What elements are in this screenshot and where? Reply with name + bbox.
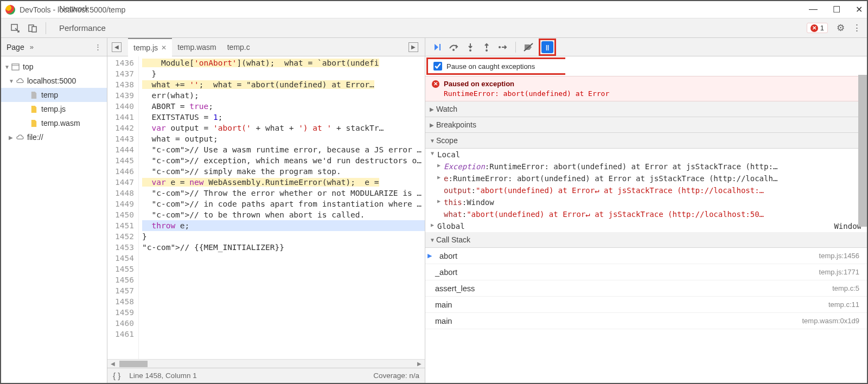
svg-rect-3 [11,63,18,69]
stack-frame[interactable]: maintemp.wasm:0x1d9 [425,313,867,329]
step-out-icon[interactable] [481,41,493,53]
file-icon [29,105,38,113]
file-tree: ▼ top ▼ localhost:5000 temp temp.js temp… [1,56,107,383]
tree-file-temp[interactable]: temp [1,88,107,102]
error-count: 1 [820,24,824,32]
pause-caught-checkbox[interactable] [433,62,442,71]
scope-local[interactable]: ▼Local [425,149,867,161]
minimize-button[interactable]: — [809,4,818,15]
main-toolbar: ElementsConsoleSourcesNetworkPerformance… [1,18,867,38]
pause-exceptions-button[interactable]: || [539,39,556,56]
tree-file-tempjs[interactable]: temp.js [1,102,107,116]
svg-rect-2 [32,27,36,32]
tree-file-scheme[interactable]: ▶ file:// [1,130,107,144]
editor-status: { } Line 1458, Column 1 Coverage: n/a [107,368,425,383]
line-gutter: 1436143714381439144014411442144314441445… [107,56,139,359]
svg-point-8 [486,49,488,52]
file-icon [29,91,38,99]
tree-top[interactable]: ▼ top [1,60,107,74]
coverage-label: Coverage: n/a [373,372,419,380]
cursor-pos: Line 1458, Column 1 [129,372,197,380]
editor-body[interactable]: 1436143714381439144014411442144314441445… [107,56,425,359]
stack-frame[interactable]: _aborttemp.js:1771 [425,264,867,280]
scope-var[interactable]: ▶e: RuntimeError: abort(undefined) at Er… [425,172,867,184]
editor-panel: ◀ temp.js✕ temp.wasm temp.c ▶ 1436143714… [107,38,425,383]
pretty-print-icon[interactable]: { } [113,371,120,380]
callstack-body: aborttemp.js:1456_aborttemp.js:1771asser… [425,248,867,329]
scope-var[interactable]: what: "abort(undefined) at Error↵ at jsS… [425,208,867,220]
deactivate-bp-icon[interactable] [522,41,534,53]
page-sidebar: Page » ⋮ ▼ top ▼ localhost:5000 temp t [1,38,107,383]
scope-body: ▼Local ▶Exception: RuntimeError: abort(u… [425,149,867,232]
stack-frame[interactable]: assert_lesstemp.c:5 [425,280,867,297]
more-icon[interactable]: ⋮ [851,22,863,34]
editor-tabstrip: ◀ temp.js✕ temp.wasm temp.c ▶ [107,38,425,56]
tree-file-tempwasm[interactable]: temp.wasm [1,116,107,130]
stack-frame[interactable]: aborttemp.js:1456 [425,248,867,264]
maximize-button[interactable]: ☐ [833,4,840,15]
sidebar-title: Page [7,43,24,52]
vertical-scrollbar[interactable] [858,75,867,227]
section-scope[interactable]: ▼Scope [425,133,867,148]
device-toggle-icon[interactable] [27,23,38,34]
section-breakpoints[interactable]: ▶Breakpoints [425,117,867,132]
editor-tab-tempwasm[interactable]: temp.wasm [172,38,222,56]
exception-text: RuntimeError: abort(undefined) at Error [444,89,860,98]
error-count-badge[interactable]: ✕ 1 [807,23,828,33]
titlebar: DevTools - localhost:5000/temp — ☐ ✕ [1,1,867,18]
resume-icon[interactable] [432,41,444,53]
code-area[interactable]: Module['onAbort'](what); what = `abort(u… [139,56,425,359]
paused-message: ✕Paused on exception RuntimeError: abort… [425,76,867,101]
pause-caught-checkbox-row[interactable]: Pause on caught exceptions [426,57,565,75]
debugger-panel: || Pause on caught exceptions ✕Paused on… [425,38,867,383]
scope-var[interactable]: output: "abort(undefined) at Error↵ at j… [425,184,867,196]
editor-tab-tempc[interactable]: temp.c [222,38,256,56]
editor-hscroll[interactable]: ◀▶ [107,359,425,368]
chevron-icon[interactable]: » [30,43,34,51]
scope-var[interactable]: ▶this: Window [425,196,867,208]
window-title: DevTools - localhost:5000/temp [20,5,809,14]
cloud-icon [15,133,24,142]
section-callstack[interactable]: ▼Call Stack [425,232,867,247]
error-icon: ✕ [432,80,439,88]
tab-network[interactable]: Network [50,0,114,18]
step-over-icon[interactable] [448,41,460,53]
svg-point-6 [452,49,455,51]
close-icon[interactable]: ✕ [161,39,167,57]
nav-back-icon[interactable]: ◀ [112,42,122,52]
svg-point-9 [499,46,501,48]
sidebar-header: Page » ⋮ [1,38,107,56]
close-button[interactable]: ✕ [856,4,863,15]
svg-rect-5 [439,44,441,50]
editor-tab-tempjs[interactable]: temp.js✕ [128,38,172,56]
pause-caught-label: Pause on caught exceptions [446,62,535,71]
settings-icon[interactable]: ⚙ [834,22,846,34]
scope-global[interactable]: ▶GlobalWindow [425,220,867,232]
inspect-icon[interactable] [10,23,21,34]
window-icon [11,62,20,71]
debugger-toolbar: || [425,38,867,56]
error-icon: ✕ [810,24,818,32]
cloud-icon [15,76,24,85]
file-icon [29,119,38,127]
step-into-icon[interactable] [464,41,476,53]
tree-host[interactable]: ▼ localhost:5000 [1,74,107,88]
tab-performance[interactable]: Performance [50,18,114,38]
step-icon[interactable] [497,41,509,53]
sidebar-more-icon[interactable]: ⋮ [94,43,101,51]
scope-var[interactable]: ▶Exception: RuntimeError: abort(undefine… [425,161,867,172]
nav-fwd-icon[interactable]: ▶ [409,42,418,52]
svg-point-7 [469,49,471,52]
section-watch[interactable]: ▶Watch [425,101,867,117]
stack-frame[interactable]: maintemp.c:11 [425,297,867,313]
chrome-icon [5,5,15,15]
